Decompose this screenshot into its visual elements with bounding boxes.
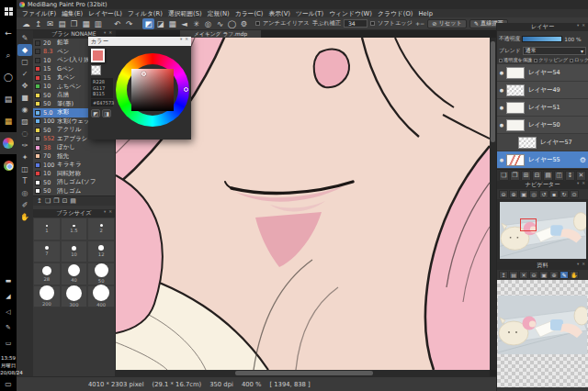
panel-collapse-icon[interactable]: ▾ <box>577 262 580 266</box>
layer-row[interactable]: ●レイヤー51 <box>497 99 588 117</box>
select-tool-icon[interactable]: ▢ <box>17 56 32 68</box>
title-bar[interactable]: MediBang Paint Pro (32bit) <box>17 0 588 9</box>
nav-zoom-out-icon[interactable]: ⊖ <box>499 190 508 198</box>
swap-color-icon[interactable]: ◨ <box>102 109 111 117</box>
cloud-save-icon[interactable]: ☁ <box>20 18 32 29</box>
stabilizer-adjust[interactable]: +− <box>415 20 424 27</box>
layer-down-icon[interactable]: ⊟ <box>532 171 542 181</box>
panel-close-icon[interactable]: ✕ <box>582 181 586 185</box>
gear-icon[interactable]: ⚙ <box>580 156 586 164</box>
brush-size-preset[interactable]: 7 <box>33 240 61 263</box>
medibang-app-icon[interactable] <box>0 132 17 154</box>
stabilizer-value[interactable]: 34 <box>344 19 368 28</box>
ref-hand-icon[interactable]: ✋ <box>570 271 579 279</box>
navigator-view-rectangle[interactable] <box>520 218 537 231</box>
redo-icon[interactable]: ↷ <box>123 18 135 29</box>
menu-item-7[interactable]: 表示(V) <box>266 9 293 18</box>
pen-tool-icon[interactable]: ✎ <box>17 32 32 44</box>
layer-visibility-icon[interactable]: ● <box>497 70 506 75</box>
layer-row[interactable]: ●レイヤー55⚙ <box>497 151 588 169</box>
saturation-value-square[interactable] <box>131 69 174 111</box>
brush-size-preset[interactable]: 2 <box>87 218 115 240</box>
divide-tool-icon[interactable]: ◫ <box>17 163 32 175</box>
ref-zoom-out-icon[interactable]: ⊖ <box>529 271 538 279</box>
hand-tool-icon[interactable]: ✋ <box>17 211 32 223</box>
sv-marker[interactable] <box>141 72 146 76</box>
nav-rotate-right-icon[interactable]: ↻ <box>560 190 569 198</box>
horizontal-scroll-thumb[interactable] <box>235 371 373 375</box>
layer-row[interactable]: ●レイヤー49 <box>497 82 588 99</box>
menu-item-9[interactable]: ウィンドウ(W) <box>326 9 375 18</box>
brush-row[interactable]: 100キラキラ <box>33 161 115 170</box>
foreground-color-swatch[interactable] <box>91 49 105 62</box>
ref-close-icon[interactable]: ✕ <box>519 271 528 279</box>
ref-pick-icon[interactable]: ✎ <box>560 271 569 279</box>
panel-collapse-icon[interactable]: ▾ <box>577 23 580 28</box>
ref-folder-icon[interactable]: ▤ <box>509 271 518 279</box>
lasso-tool-icon[interactable]: ✓ <box>17 68 32 80</box>
reference-panel-header[interactable]: 資料 ▾✕ <box>497 262 588 270</box>
nav-actual-icon[interactable]: ◎ <box>529 190 538 198</box>
settings-icon[interactable]: ⚙ <box>238 18 250 29</box>
panel-close-icon[interactable]: ✕ <box>108 209 113 214</box>
hue-marker[interactable] <box>184 87 188 92</box>
transparent-color-swatch[interactable] <box>91 65 101 75</box>
menu-item-4[interactable]: 選択範囲(S) <box>165 9 205 18</box>
reference-viewport[interactable] <box>497 280 588 387</box>
brush-size-preset[interactable]: 12 <box>87 240 115 263</box>
brush-row[interactable]: 70指先 <box>33 152 115 162</box>
layer-check-2[interactable]: ロック <box>570 57 588 63</box>
nav-zoom-in-icon[interactable]: ⊕ <box>509 190 518 198</box>
move-tool-icon[interactable]: ✥ <box>17 80 32 92</box>
panel-close-icon[interactable]: ✕ <box>108 30 113 35</box>
brush-row[interactable]: 10回転対称 <box>33 170 115 179</box>
snap-ring-icon[interactable]: ◯ <box>226 18 238 29</box>
layer-check-0[interactable]: 透明度を保護 <box>499 57 532 63</box>
brush-duplicate-icon[interactable]: ❐ <box>53 197 59 205</box>
nav-lock-icon[interactable]: ⊙ <box>570 190 579 198</box>
network-icon[interactable]: ◢ <box>0 288 17 304</box>
reset-button[interactable]: ⊘リセット <box>427 19 467 28</box>
menu-item-11[interactable]: Help <box>415 10 435 17</box>
panel-close-icon[interactable]: ✕ <box>582 23 586 28</box>
ref-import-icon[interactable]: ↥ <box>499 271 508 279</box>
material-panel-icon[interactable]: ▥ <box>92 18 104 29</box>
menu-item-8[interactable]: ツール(T) <box>293 9 326 18</box>
notification-center-icon[interactable]: ▭ <box>5 380 12 388</box>
select-rect-icon[interactable]: ◩ <box>142 18 154 29</box>
panel-close-icon[interactable]: ✕ <box>185 37 189 41</box>
layer-check-1[interactable]: クリッピング <box>534 57 568 63</box>
layer-duplicate-icon[interactable]: ❐ <box>510 171 520 181</box>
explorer-icon[interactable]: ▦ <box>0 110 17 132</box>
brush-size-preset[interactable]: 28 <box>33 263 61 285</box>
layers-panel-header[interactable]: レイヤー ▾✕ <box>497 23 588 31</box>
comment-icon[interactable]: ✉ <box>44 18 56 29</box>
gradient-tool-icon[interactable]: ▨ <box>17 116 32 128</box>
brush-edit-icon[interactable]: ⊡ <box>62 197 67 205</box>
horizontal-scrollbar[interactable] <box>116 370 490 376</box>
fill-tool-icon[interactable]: ■ <box>17 92 32 104</box>
blend-select[interactable]: 通常 ▾ <box>523 47 586 55</box>
tablet-pen-icon[interactable]: ✎ <box>0 319 17 335</box>
navigator-preview[interactable] <box>497 199 588 262</box>
task-view-icon[interactable]: ▤ <box>0 88 17 110</box>
brush-size-preset[interactable]: 1 <box>33 218 61 240</box>
start-icon[interactable] <box>0 0 17 22</box>
brush-size-preset[interactable]: 300 <box>61 285 88 308</box>
wand-tool-icon[interactable]: ✦ <box>17 151 32 163</box>
layer-visibility-icon[interactable]: ● <box>497 157 506 162</box>
brush-add-icon[interactable]: ❏ <box>45 197 51 205</box>
text-tool-icon[interactable]: T <box>17 175 32 187</box>
brush-upload-icon[interactable]: ↥ <box>37 197 42 205</box>
eraser-tool-icon[interactable]: ◆ <box>17 44 32 56</box>
layer-row[interactable]: ●レイヤー54 <box>497 64 588 82</box>
layer-order-icon[interactable]: ↕ <box>565 171 575 181</box>
select-poly-icon[interactable]: ◄ <box>178 18 190 29</box>
vertical-scroll-thumb[interactable] <box>491 41 495 142</box>
select-clear-icon[interactable]: ✳ <box>190 18 202 29</box>
search-icon[interactable]: ⌕ <box>0 44 17 66</box>
volume-icon[interactable]: ◁ <box>0 304 17 319</box>
menu-item-10[interactable]: クラウド(O) <box>375 9 415 18</box>
bucket-tool-icon[interactable]: ◉ <box>17 104 32 116</box>
palette-icon[interactable]: ◩ <box>91 109 100 117</box>
